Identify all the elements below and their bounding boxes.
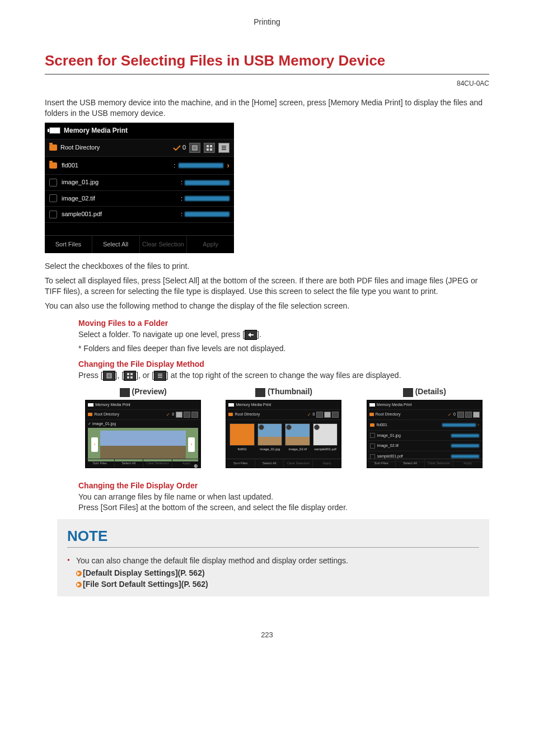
details-label: (Details) xyxy=(415,387,446,396)
details-thumb: Memory Media Print Root Directory ✓0 fld… xyxy=(367,400,483,468)
display-method-heading: Changing the File Display Method xyxy=(78,359,489,370)
checkbox[interactable] xyxy=(49,194,57,202)
thumb-count: 0 xyxy=(172,412,174,417)
file-name: fld001 xyxy=(62,161,78,170)
dt-row[interactable]: fld001› xyxy=(367,420,482,431)
view-thumbnail-button[interactable] xyxy=(204,143,215,153)
tn-item[interactable]: sample001.pdf xyxy=(313,423,338,451)
link2-text: [File Sort Default Settings](P. 562) xyxy=(83,580,208,589)
folder-icon xyxy=(49,162,57,169)
file-name: sample001.pdf xyxy=(62,210,102,218)
tn-item[interactable]: image_01.jpg xyxy=(257,423,283,451)
preview-thumb: Memory Media Print Root Directory ✓0 ✓ i… xyxy=(85,400,201,468)
moving-line1a: Select a folder. To navigate up one leve… xyxy=(78,330,245,339)
section-header: Printing xyxy=(45,17,489,28)
device-title: Memory Media Print xyxy=(64,126,128,136)
dm-a: Press [ xyxy=(78,371,103,380)
thumb-root: Root Directory xyxy=(376,412,401,417)
thumb-count: 0 xyxy=(313,412,315,417)
file-name: image_01.jpg xyxy=(62,178,99,186)
thumb-count: 0 xyxy=(453,412,456,417)
thumbnail-icon xyxy=(255,388,265,397)
dt-name: fld001 xyxy=(377,422,387,428)
moving-line2: * Folders and files deeper than five lev… xyxy=(78,343,489,354)
tn-label: sample001.pdf xyxy=(313,447,338,451)
device-titlebar: Memory Media Print xyxy=(45,123,234,139)
svg-rect-2 xyxy=(210,145,212,147)
view-preview-button[interactable] xyxy=(189,143,200,153)
apply-btn[interactable]: Apply xyxy=(453,459,482,467)
sort-files-button[interactable]: Sort Files xyxy=(45,236,92,253)
file-row[interactable]: sample001.pdf : xyxy=(45,207,234,222)
sort-btn[interactable]: Sort Files xyxy=(86,459,115,467)
moving-line1: Select a folder. To navigate up one leve… xyxy=(78,329,489,340)
apply-btn[interactable]: Apply xyxy=(172,459,201,467)
file-row[interactable]: image_02.tif : xyxy=(45,191,234,207)
preview-image-area: ‹ › xyxy=(88,428,198,461)
selall-btn[interactable]: Select All xyxy=(115,459,144,467)
thumb-title: Memory Media Print xyxy=(95,402,130,408)
sort-btn[interactable]: Sort Files xyxy=(226,459,255,467)
body-p2: To select all displayed files, press [Se… xyxy=(45,276,489,297)
dm-sep1: ], [ xyxy=(115,371,124,380)
thumb-root: Root Directory xyxy=(94,412,119,417)
thumbnail-column: (Thumbnail) Memory Media Print Root Dire… xyxy=(219,386,348,470)
checkbox[interactable] xyxy=(370,433,375,438)
details-icon xyxy=(403,388,413,397)
page-title: Screen for Selecting Files in USB Memory… xyxy=(45,50,489,74)
selall-btn[interactable]: Select All xyxy=(255,459,284,467)
usb-icon xyxy=(88,403,93,407)
note-link2[interactable]: [File Sort Default Settings](P. 562) xyxy=(67,579,479,590)
preview-icon xyxy=(120,388,130,397)
checkbox[interactable] xyxy=(49,211,57,218)
folder-icon xyxy=(370,423,374,427)
next-arrow[interactable]: › xyxy=(188,437,195,452)
note-title: NOTE xyxy=(67,526,479,548)
prev-arrow[interactable]: ‹ xyxy=(91,437,98,452)
checkbox[interactable] xyxy=(370,444,375,449)
tn-item[interactable]: image_02.tif xyxy=(285,423,310,451)
selall-btn[interactable]: Select All xyxy=(396,459,425,467)
svg-rect-3 xyxy=(207,148,209,151)
sort-btn[interactable]: Sort Files xyxy=(367,459,396,467)
svg-rect-11 xyxy=(127,376,129,379)
clear-btn[interactable]: Clear Selection xyxy=(284,459,313,467)
select-all-button[interactable]: Select All xyxy=(92,236,140,253)
details-column: (Details) Memory Media Print Root Direct… xyxy=(360,386,489,470)
view-details-button[interactable] xyxy=(218,143,229,153)
file-row-folder[interactable]: fld001 :› xyxy=(45,157,234,175)
tn-label: fld001 xyxy=(229,447,255,451)
svg-rect-0 xyxy=(193,146,197,150)
dt-name: image_02.tif xyxy=(377,443,399,449)
device-footer: Sort Files Select All Clear Selection Ap… xyxy=(45,235,234,253)
dm-b: ] at the top right of the screen to chan… xyxy=(166,371,401,380)
file-row[interactable]: image_01.jpg : xyxy=(45,175,234,190)
clear-btn[interactable]: Clear Selection xyxy=(425,459,454,467)
display-order-heading: Changing the File Display Order xyxy=(78,480,489,492)
selected-count: 0 xyxy=(173,143,186,152)
display-method-line: Press [], [], or [] at the top right of … xyxy=(78,370,489,381)
intro-text: Insert the USB memory device into the ma… xyxy=(45,97,489,119)
svg-rect-4 xyxy=(210,148,212,151)
apply-btn[interactable]: Apply xyxy=(313,459,341,467)
body-p1: Select the checkboxes of the files to pr… xyxy=(45,261,489,272)
checkbox[interactable] xyxy=(370,454,375,459)
dt-row[interactable]: image_01.jpg xyxy=(367,431,482,441)
file-name: image_02.tif xyxy=(62,194,95,203)
folder-icon xyxy=(228,413,233,416)
svg-rect-1 xyxy=(207,145,209,147)
tn-label: image_02.tif xyxy=(285,447,310,451)
tn-item[interactable]: fld001 xyxy=(229,423,255,451)
apply-button[interactable]: Apply xyxy=(187,236,234,253)
dt-row[interactable]: image_02.tif xyxy=(367,441,482,451)
note-link1[interactable]: [Default Display Settings](P. 562) xyxy=(67,568,479,579)
clear-selection-button[interactable]: Clear Selection xyxy=(140,236,188,253)
note-bullet: You can also change the default file dis… xyxy=(67,556,479,567)
display-order-p1: You can arrange files by file name or wh… xyxy=(78,492,489,503)
clear-btn[interactable]: Clear Selection xyxy=(143,459,172,467)
link1-text: [Default Display Settings](P. 562) xyxy=(83,568,205,577)
folder-icon xyxy=(49,144,57,151)
checkbox[interactable] xyxy=(49,179,57,186)
display-order-p2: Press [Sort Files] at the bottom of the … xyxy=(78,502,489,514)
thumbnail-icon xyxy=(124,371,136,381)
